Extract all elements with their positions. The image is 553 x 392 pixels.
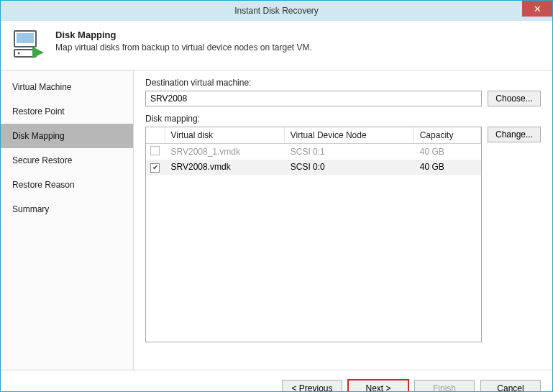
sidebar-item-restore-reason[interactable]: Restore Reason xyxy=(1,173,133,197)
wizard-sidebar: Virtual Machine Restore Point Disk Mappi… xyxy=(1,70,134,370)
destination-input[interactable] xyxy=(145,91,482,106)
cell-virtual-disk: SRV2008.vmdk xyxy=(165,160,284,175)
choose-button[interactable]: Choose... xyxy=(488,91,541,106)
sidebar-item-disk-mapping[interactable]: Disk Mapping xyxy=(1,124,133,148)
wizard-footer: < Previous Next > Finish Cancel xyxy=(1,370,552,392)
wizard-content: Destination virtual machine: Choose... D… xyxy=(134,70,552,370)
cancel-button[interactable]: Cancel xyxy=(480,380,541,393)
cell-capacity: 40 GB xyxy=(413,160,480,175)
next-button[interactable]: Next > xyxy=(348,380,408,393)
row-checkbox[interactable]: ✔ xyxy=(150,163,160,173)
col-capacity[interactable]: Capacity xyxy=(413,127,480,144)
change-button[interactable]: Change... xyxy=(488,127,541,142)
wizard-header: Disk Mapping Map virtual disks from back… xyxy=(1,21,552,70)
wizard-body: Virtual Machine Restore Point Disk Mappi… xyxy=(1,70,552,370)
sidebar-item-summary[interactable]: Summary xyxy=(1,197,133,222)
cell-device-node: SCSI 0:0 xyxy=(284,160,413,175)
header-title: Disk Mapping xyxy=(55,29,312,40)
cell-virtual-disk: SRV2008_1.vmdk xyxy=(165,144,284,160)
sidebar-item-restore-point[interactable]: Restore Point xyxy=(1,99,133,124)
header-subtitle: Map virtual disks from backup to virtual… xyxy=(55,42,312,53)
close-icon: ✕ xyxy=(534,4,541,14)
sidebar-item-secure-restore[interactable]: Secure Restore xyxy=(1,148,133,173)
row-checkbox[interactable] xyxy=(150,146,160,155)
disk-mapping-grid[interactable]: Virtual disk Virtual Device Node Capacit… xyxy=(145,127,482,342)
disk-mapping-label: Disk mapping: xyxy=(145,114,541,124)
col-check[interactable] xyxy=(146,127,165,144)
cell-device-node: SCSI 0:1 xyxy=(284,144,413,160)
window-title: Instant Disk Recovery xyxy=(234,6,319,16)
col-virtual-disk[interactable]: Virtual disk xyxy=(165,127,284,144)
table-row[interactable]: SRV2008_1.vmdk SCSI 0:1 40 GB xyxy=(146,144,481,160)
finish-button: Finish xyxy=(414,380,475,393)
cell-capacity: 40 GB xyxy=(413,144,480,160)
destination-label: Destination virtual machine: xyxy=(145,78,541,88)
table-row[interactable]: ✔ SRV2008.vmdk SCSI 0:0 40 GB xyxy=(146,160,481,175)
svg-point-3 xyxy=(18,53,20,55)
svg-rect-1 xyxy=(17,33,34,43)
svg-marker-4 xyxy=(32,47,44,58)
close-button[interactable]: ✕ xyxy=(522,1,552,17)
title-bar: Instant Disk Recovery ✕ xyxy=(1,1,552,21)
sidebar-item-virtual-machine[interactable]: Virtual Machine xyxy=(1,75,133,99)
wizard-icon xyxy=(12,29,45,63)
col-device-node[interactable]: Virtual Device Node xyxy=(284,127,413,144)
previous-button[interactable]: < Previous xyxy=(282,380,342,393)
